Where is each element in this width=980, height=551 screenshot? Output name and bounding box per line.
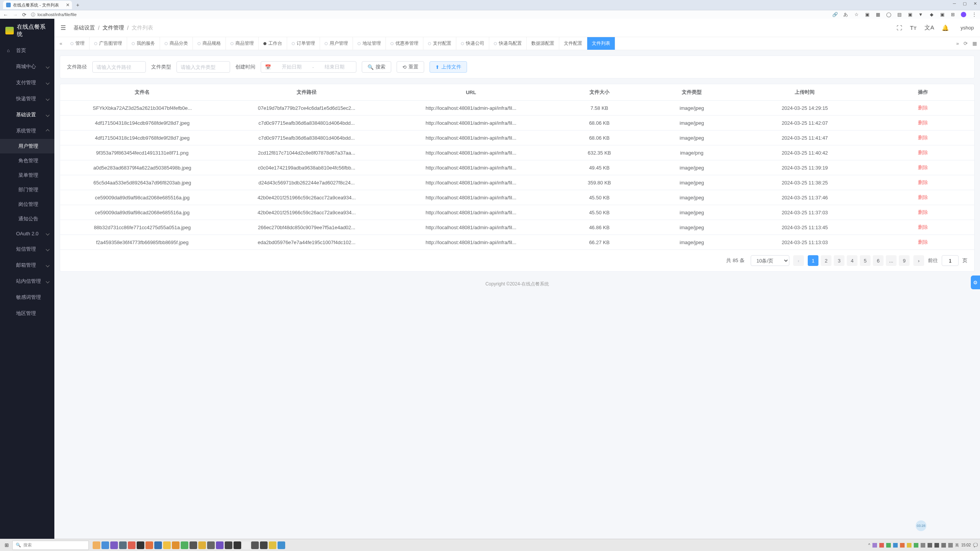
app-icon[interactable] [128,541,136,549]
content-tab[interactable]: 商品规格 [193,37,226,50]
app-icon[interactable] [93,541,100,549]
delete-button[interactable]: 删除 [918,194,928,200]
taskbar-search[interactable]: 🔍 搜索 [12,541,89,550]
sidebar-item-basic[interactable]: 基础设置 [0,107,54,123]
sidebar-sub-item[interactable]: 菜单管理 [0,168,54,183]
tray-icon[interactable] [872,543,877,548]
pager-page[interactable]: 1 [808,255,818,266]
content-tab[interactable]: 我的服务 [127,37,160,50]
tabs-left-icon[interactable]: « [56,37,66,50]
delete-button[interactable]: 删除 [918,165,928,170]
sidebar-sub-item[interactable]: 岗位管理 [0,197,54,212]
locale-icon[interactable]: 文A [924,24,934,31]
ext8-icon[interactable]: ▣ [939,12,945,17]
minimize-icon[interactable]: ─ [953,1,956,6]
sidebar-item-home[interactable]: ⌂ 首页 [0,42,54,59]
pager-page[interactable]: 4 [847,255,858,266]
content-tab[interactable]: 文件列表 [587,37,615,50]
app-icon[interactable] [101,541,109,549]
content-tab[interactable]: 支付配置 [423,37,456,50]
profile-avatar-icon[interactable] [961,12,966,17]
pager-page[interactable]: 3 [834,255,844,266]
sidebar-item-mail[interactable]: 邮箱管理 [0,257,54,273]
app-icon[interactable] [225,541,232,549]
star-icon[interactable]: ☆ [854,12,859,17]
content-tab[interactable]: 文件配置 [559,37,587,50]
content-tab[interactable]: 快递鸟配置 [489,37,527,50]
sidebar-item-msg[interactable]: 站内信管理 [0,273,54,289]
delete-button[interactable]: 删除 [918,150,928,155]
ext4-icon[interactable]: ▤ [897,12,902,17]
search-button[interactable]: 🔍搜索 [362,61,391,73]
menu-icon[interactable]: ⋮ [972,12,977,17]
pager-next[interactable]: › [913,255,924,266]
app-icon[interactable] [198,541,206,549]
app-icon[interactable] [242,541,250,549]
fontsize-icon[interactable]: Tᴛ [910,24,917,31]
content-tab[interactable]: 优惠券管理 [386,37,423,50]
new-tab-button[interactable]: + [74,1,82,9]
app-icon[interactable] [119,541,127,549]
app-icon[interactable] [207,541,215,549]
app-icon[interactable] [110,541,118,549]
app-icon[interactable] [137,541,144,549]
crumb-0[interactable]: 基础设置 [74,24,95,31]
notifications-icon[interactable]: 💬 [973,543,978,547]
sidebar-sub-item[interactable]: 用户管理 [0,139,54,153]
sidebar-item-pay[interactable]: 支付管理 [0,75,54,91]
app-icon[interactable] [163,541,171,549]
tray-icon[interactable] [941,543,946,548]
ext6-icon[interactable]: ▼ [918,12,923,17]
ext7-icon[interactable]: ◆ [929,12,934,17]
reset-button[interactable]: ⟲重置 [397,61,424,73]
pager-page[interactable]: 5 [860,255,871,266]
app-logo[interactable]: 在线点餐系统 [0,19,54,42]
crumb-1[interactable]: 文件管理 [103,24,124,31]
user-name[interactable]: yshop [960,25,974,31]
browser-tab[interactable]: 在线点餐系统 - 文件列表 ✕ [3,1,72,9]
app-icon[interactable] [172,541,180,549]
close-tab-icon[interactable]: ✕ [66,2,70,8]
tray-icon[interactable] [948,543,953,548]
tabs-right-icon[interactable]: » [956,41,959,46]
tabs-grid-icon[interactable]: ▦ [972,41,977,46]
content-tab[interactable]: 快递公司 [456,37,489,50]
site-info-icon[interactable]: ⓘ [31,12,35,18]
translate-icon[interactable]: あ [843,12,848,17]
delete-button[interactable]: 删除 [918,179,928,185]
date-range-input[interactable]: 📅 开始日期 - 结束日期 [261,61,356,73]
app-icon[interactable] [154,541,162,549]
forward-icon[interactable]: → [13,12,18,18]
delete-button[interactable]: 删除 [918,224,928,230]
close-window-icon[interactable]: ✕ [973,1,977,6]
goto-input[interactable] [942,255,959,266]
ext2-icon[interactable]: ▦ [875,12,880,17]
ime-icon[interactable]: 英 [955,543,959,548]
pager-prev[interactable]: ‹ [793,255,804,266]
upload-button[interactable]: ⬆上传文件 [430,61,467,73]
app-icon[interactable] [216,541,224,549]
maximize-icon[interactable]: ▢ [963,1,967,6]
tray-icon[interactable] [934,543,939,548]
content-tab[interactable]: 商品管理 [226,37,259,50]
sidebar-item-oauth[interactable]: OAuth 2.0 [0,226,54,241]
tray-icon[interactable] [886,543,891,548]
back-icon[interactable]: ← [3,12,8,18]
delete-button[interactable]: 删除 [918,239,928,245]
tray-icon[interactable] [914,543,918,548]
sidebar-item-system[interactable]: 系统管理 [0,123,54,139]
app-icon[interactable] [251,541,259,549]
ext3-icon[interactable]: ◯ [886,12,891,17]
app-icon[interactable] [269,541,276,549]
content-tab[interactable]: 广告图管理 [90,37,127,50]
delete-button[interactable]: 删除 [918,120,928,126]
address-bar[interactable]: ⓘ localhost/infra/file/file [31,12,828,18]
pager-page[interactable]: 9 [899,255,910,266]
tray-chevron-icon[interactable]: ^ [868,543,870,547]
link-icon[interactable]: 🔗 [832,12,838,17]
delete-button[interactable]: 删除 [918,105,928,111]
content-tab[interactable]: 订单管理 [287,37,320,50]
page-size-select[interactable]: 10条/页 [751,255,789,266]
pager-page[interactable]: 6 [873,255,884,266]
settings-drawer-icon[interactable]: ⚙ [971,276,980,289]
